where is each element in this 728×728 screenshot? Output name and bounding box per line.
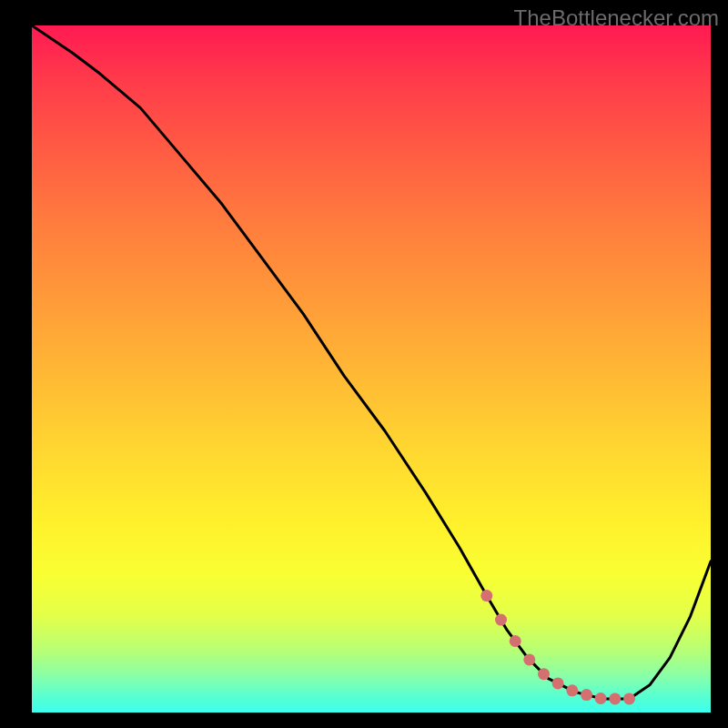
curve-dot — [581, 689, 592, 701]
curve-dot — [523, 653, 535, 665]
curve-dot — [566, 684, 578, 696]
curve-dot — [480, 590, 492, 602]
curve-dot — [595, 693, 607, 704]
watermark-text: TheBottlenecker.com — [514, 5, 719, 31]
dots-group — [480, 590, 635, 704]
curve-dot — [495, 614, 507, 626]
curve-dot — [623, 693, 635, 704]
curve-dot — [552, 677, 564, 689]
curve-dot — [538, 668, 550, 680]
chart-svg — [32, 25, 711, 713]
curve-dot — [510, 635, 521, 647]
plot-area — [32, 25, 711, 713]
bottleneck-curve — [32, 25, 711, 699]
curve-dot — [609, 693, 621, 704]
curve-group — [32, 25, 711, 699]
